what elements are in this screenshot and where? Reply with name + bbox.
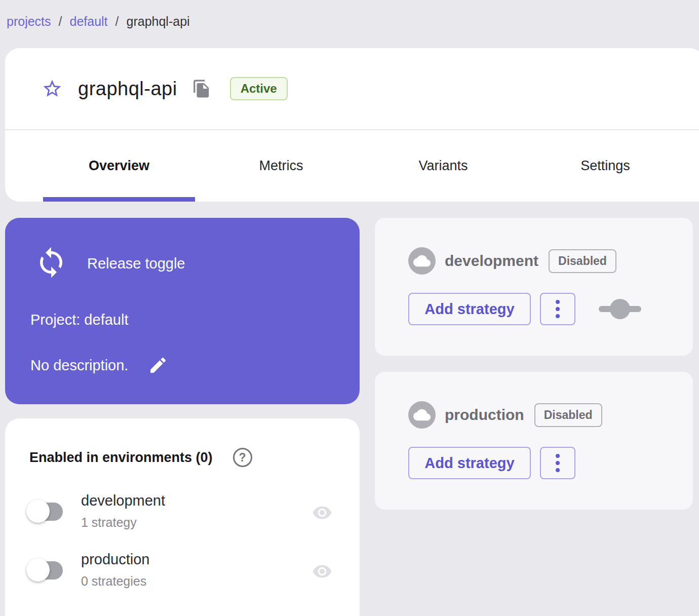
breadcrumb-projects[interactable]: projects [7,14,51,29]
breadcrumb: projects / default / graphql-api [7,14,190,29]
environment-row-production: production 0 strategies [5,551,360,602]
copy-icon[interactable] [191,79,212,99]
page: projects / default / graphql-api graphql… [0,0,699,616]
environment-card-actions: Add strategy [408,293,642,325]
toggle-info-card: Release toggle Project: default No descr… [5,218,360,404]
tab-settings[interactable]: Settings [524,130,686,202]
slider-icon[interactable] [598,298,642,320]
environment-card-production: production Disabled Add strategy [375,372,693,510]
production-toggle[interactable] [26,557,67,583]
tab-overview[interactable]: Overview [38,130,200,202]
tab-metrics[interactable]: Metrics [200,130,362,202]
enabled-environments-panel: Enabled in environments (0) ? developmen… [5,418,360,616]
feature-header-card: graphql-api Active Overview Metrics Vari… [5,48,699,202]
description-row: No description. [30,355,169,376]
kebab-menu-icon[interactable] [540,447,575,479]
strategy-count: 1 strategy [81,515,137,530]
environment-card-header: development Disabled [408,247,616,275]
favorite-star-icon[interactable] [42,78,63,99]
release-toggle-loop-icon [34,246,68,279]
add-strategy-button[interactable]: Add strategy [408,293,531,325]
environment-row-development: development 1 strategy [5,492,360,543]
description-text: No description. [30,357,128,374]
status-badge: Active [230,77,288,100]
cloud-icon [408,401,436,429]
environment-card-actions: Add strategy [408,447,575,479]
page-title: graphql-api [78,78,177,100]
project-label: Project: default [30,312,128,328]
breadcrumb-separator: / [59,14,62,29]
cloud-icon [408,247,436,275]
tab-variants[interactable]: Variants [362,130,524,202]
environment-card-header: production Disabled [408,401,602,429]
environment-name: development [81,492,165,509]
eye-icon[interactable] [309,503,335,523]
help-icon[interactable]: ? [233,448,252,467]
environment-status-badge: Disabled [549,249,616,273]
eye-icon[interactable] [309,561,335,582]
environment-card-development: development Disabled Add strategy [375,218,693,356]
strategy-count: 0 strategies [81,574,146,589]
kebab-menu-icon[interactable] [540,293,575,325]
enabled-environments-title: Enabled in environments (0) [29,450,213,466]
breadcrumb-separator: / [115,14,119,29]
environment-card-name: development [445,252,538,270]
enabled-environments-header: Enabled in environments (0) ? [29,448,252,467]
feature-title-row: graphql-api Active [5,48,699,130]
toggle-type-label: Release toggle [87,255,185,272]
breadcrumb-current: graphql-api [127,14,190,29]
environment-name: production [81,551,149,568]
development-toggle[interactable] [26,498,67,524]
environment-card-name: production [445,406,524,423]
add-strategy-button[interactable]: Add strategy [408,447,531,479]
edit-description-icon[interactable] [147,355,169,376]
breadcrumb-default[interactable]: default [70,14,108,29]
tab-bar: Overview Metrics Variants Settings [38,130,686,202]
environment-status-badge: Disabled [534,403,602,427]
